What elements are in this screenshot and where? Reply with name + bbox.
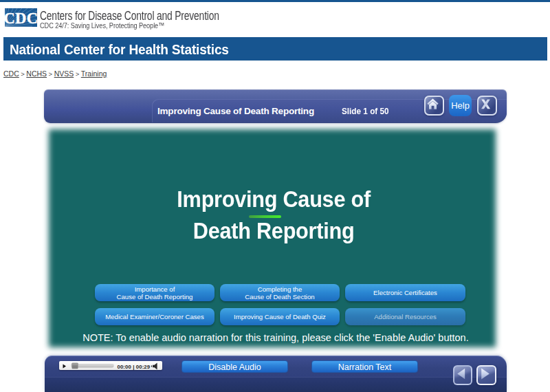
svg-text:CDC: CDC — [5, 10, 37, 27]
svg-text:00:00 | 00:29: 00:00 | 00:29 — [117, 364, 150, 370]
